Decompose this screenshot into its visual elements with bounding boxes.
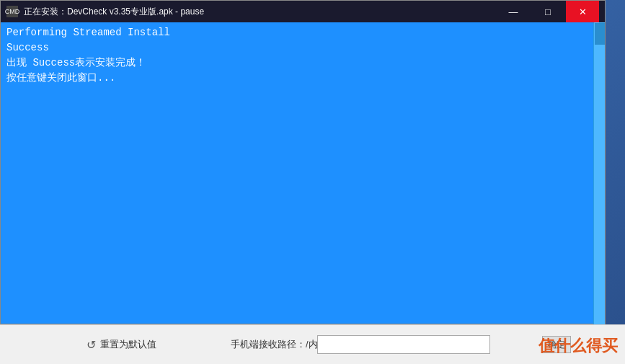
scrollbar-thumb[interactable] <box>595 23 605 45</box>
reset-button[interactable]: ↺ 重置为默认值 <box>87 338 156 352</box>
titlebar-buttons: — □ ✕ <box>497 1 599 22</box>
restore-button[interactable]: □ <box>531 1 564 22</box>
reset-label: 重置为默认值 <box>100 338 156 351</box>
reset-icon: ↺ <box>87 338 96 352</box>
watermark: 值什么得买 <box>538 335 618 357</box>
minimize-button[interactable]: — <box>497 1 530 22</box>
scrollbar[interactable] <box>593 22 605 325</box>
cmd-line: Success <box>6 40 599 56</box>
cmd-window: CMD 正在安装：DevCheck v3.35专业版.apk - pause —… <box>0 0 606 324</box>
close-button[interactable]: ✕ <box>566 1 599 22</box>
cmd-titlebar: CMD 正在安装：DevCheck v3.35专业版.apk - pause —… <box>1 1 605 22</box>
cmd-line: 出现 Success表示安装完成！ <box>6 56 599 71</box>
cmd-line: Performing Streamed Install <box>6 25 599 40</box>
phone-path-input[interactable] <box>317 335 490 354</box>
cmd-output-area: Performing Streamed InstallSuccess出现 Suc… <box>1 22 605 324</box>
cmd-window-title: 正在安装：DevCheck v3.35专业版.apk - pause <box>24 6 491 18</box>
cmd-icon: CMD <box>6 6 18 17</box>
cmd-line: 按任意键关闭此窗口... <box>6 71 599 86</box>
